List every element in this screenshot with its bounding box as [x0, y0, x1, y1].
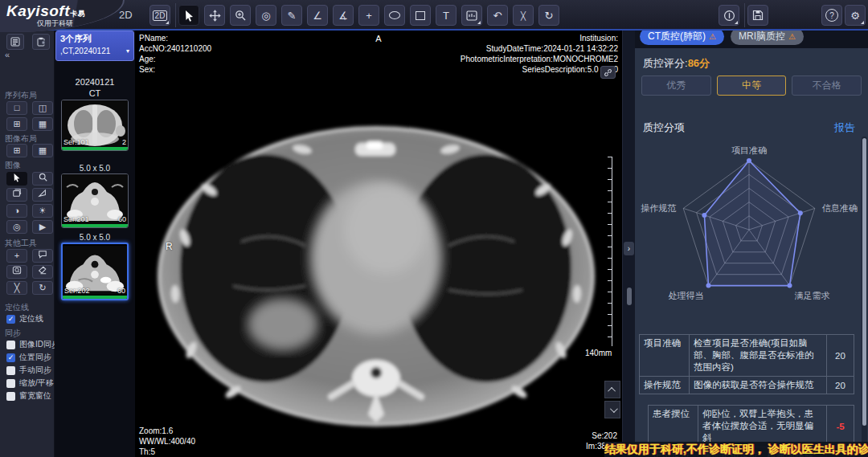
invert-button[interactable]: ◑: [6, 204, 27, 218]
undo-button[interactable]: ↶: [487, 5, 508, 26]
ellipse-roi-button[interactable]: [384, 5, 405, 26]
dropdown-corner: [166, 21, 169, 24]
chevron-down-icon: [609, 405, 617, 413]
thumbnail-ser201[interactable]: Ser:201 60: [61, 173, 129, 228]
checkbox-image-id-sync[interactable]: ✓ 图像ID同步: [6, 339, 59, 350]
thumb-size-label: 5.0 x 5.0: [61, 233, 129, 242]
checkbox-label: 定位线: [19, 313, 43, 324]
cursor-icon: [184, 10, 194, 22]
zoom-in-icon: [235, 10, 246, 21]
layout-3x3-button[interactable]: ▦: [32, 117, 53, 131]
report-list-button[interactable]: [6, 34, 24, 50]
image-info-button[interactable]: [461, 5, 482, 26]
study-datetime: StudyDateTime:2024-01-21 14:32:22: [461, 43, 618, 54]
cursor-tool-button[interactable]: [178, 5, 199, 26]
cine-play-button[interactable]: ▶: [32, 220, 53, 234]
group-modality-label: CT: [55, 88, 135, 98]
window-value: WW/WL:400/40: [139, 436, 195, 447]
rotate-image-button[interactable]: [6, 188, 27, 202]
section-image-layout: 图像布局: [5, 133, 37, 145]
brightness-button[interactable]: ☀: [32, 204, 53, 218]
mode-2d-button[interactable]: 2D: [149, 5, 170, 26]
table-row: 操作规范 图像的获取是否符合操作规范 20: [639, 377, 854, 394]
scroll-down-button[interactable]: [604, 401, 620, 418]
img-layout-3x3-button[interactable]: ▦: [32, 144, 53, 157]
orientation-marker-a: A: [135, 34, 622, 44]
clipboard-button[interactable]: [32, 34, 50, 50]
photometric: PhotometricInterpretation:MONOCHROME2: [461, 54, 618, 64]
list-grid-icon: [10, 37, 20, 47]
pan-tool-button[interactable]: [204, 5, 225, 26]
reset-button[interactable]: ↻: [538, 5, 559, 26]
check-icon: ✓: [8, 315, 14, 323]
image-cursor-button[interactable]: [6, 172, 27, 186]
layout-1x1-button[interactable]: □: [6, 101, 27, 115]
rect-roi-button[interactable]: [410, 5, 431, 26]
app-logo: Kayisoft卡易: [6, 2, 85, 20]
clear-all-button[interactable]: ╳: [6, 281, 27, 295]
refresh-button[interactable]: ↻: [32, 281, 53, 295]
main-viewport[interactable]: PName: AccNO:2401210200 Age: Sex: Instit…: [135, 31, 622, 457]
chevron-down-icon: ▾: [126, 47, 129, 55]
checkbox-icon: ✓: [6, 315, 15, 324]
angle-tool-button[interactable]: ∠: [307, 5, 328, 26]
clipboard-icon: [36, 37, 46, 47]
window-level-button[interactable]: ◎: [256, 5, 276, 26]
undo-icon: ↶: [493, 10, 502, 22]
flip-play-button[interactable]: [32, 188, 53, 202]
accno: AccNO:2401210200: [139, 43, 211, 54]
zoom-value: Zoom:1.6: [139, 426, 195, 436]
panel-scrollbar[interactable]: [862, 137, 867, 451]
checkbox-window-sync[interactable]: ✓ 窗宽窗位: [6, 390, 51, 402]
link-series-button[interactable]: [600, 66, 616, 79]
collapse-sidebar-button[interactable]: «: [5, 50, 10, 59]
grade-medium-button[interactable]: 中等: [717, 75, 787, 96]
grade-excellent-button[interactable]: 优秀: [641, 75, 711, 96]
thumbnail-ser101[interactable]: Ser:101 2: [61, 100, 129, 151]
study-select[interactable]: ,CT,20240121 ▾: [60, 47, 129, 55]
flag-play-icon: [38, 189, 47, 198]
eraser-button[interactable]: [32, 265, 53, 279]
cobb-angle-button[interactable]: ∡: [333, 5, 354, 26]
img-layout-2x2-button[interactable]: ⊞: [6, 144, 27, 157]
series-number-overlay: Se:202: [586, 430, 617, 441]
checkbox-locator-line[interactable]: ✓ 定位线: [6, 313, 43, 324]
tab-label: CT质控(肺部): [648, 30, 706, 43]
add-marker-button[interactable]: +: [6, 249, 27, 263]
angle-icon: ∠: [313, 10, 322, 22]
roi-magnifier-icon: [12, 266, 22, 275]
checkbox-manual-sync[interactable]: ✓ 手动同步: [6, 365, 51, 376]
settings-button[interactable]: ⚙: [845, 5, 866, 26]
checkbox-position-sync[interactable]: ✓ 位置同步: [6, 352, 51, 363]
report-link[interactable]: 报告: [834, 120, 855, 135]
delete-annotation-button[interactable]: ╳: [513, 5, 534, 26]
logo-subtitle: 仅用于科研: [37, 18, 73, 29]
grade-fail-button[interactable]: 不合格: [792, 75, 862, 96]
grade-buttons: 优秀 中等 不合格: [641, 75, 862, 96]
rotate-image-icon: [12, 189, 22, 198]
help-button[interactable]: ?: [821, 5, 842, 26]
text-annotation-button[interactable]: T: [436, 5, 457, 26]
layout-2x2-button[interactable]: ⊞: [6, 117, 27, 131]
image-count: 2: [122, 138, 126, 146]
thumb-footer: Ser:101 2: [63, 138, 126, 146]
checkbox-icon: ✓: [6, 379, 15, 388]
zoom-tool-button[interactable]: [230, 5, 251, 26]
measure-line-button[interactable]: ✎: [281, 5, 302, 26]
checkbox-zoom-pan-sync[interactable]: ✓ 缩放/平移: [6, 377, 54, 389]
logo-suffix: 卡易: [70, 10, 85, 18]
expand-panel-button[interactable]: ›: [624, 242, 634, 255]
layout-1x2-button[interactable]: ◫: [32, 101, 53, 115]
scroll-up-button[interactable]: [604, 381, 620, 398]
divider-scrollbar-thumb[interactable]: [627, 288, 632, 305]
target-button[interactable]: ◎: [6, 220, 27, 234]
roi-zoom-button[interactable]: [6, 265, 27, 279]
thumbnail-ser202-selected[interactable]: Ser:202 60: [61, 243, 129, 300]
image-magnify-button[interactable]: [32, 172, 53, 186]
left-tool-sidebar: « 序列布局 □ ◫ ⊞ ▦ 图像布局 ⊞ ▦ 图像 ◑ ☀ ◎ ▶ 其他工具 …: [0, 31, 55, 457]
comment-button[interactable]: [32, 249, 53, 263]
print-film-button[interactable]: [719, 5, 739, 26]
panel-scrollbar-thumb[interactable]: [862, 138, 866, 426]
point-marker-button[interactable]: +: [358, 5, 379, 26]
save-button[interactable]: [747, 5, 768, 26]
